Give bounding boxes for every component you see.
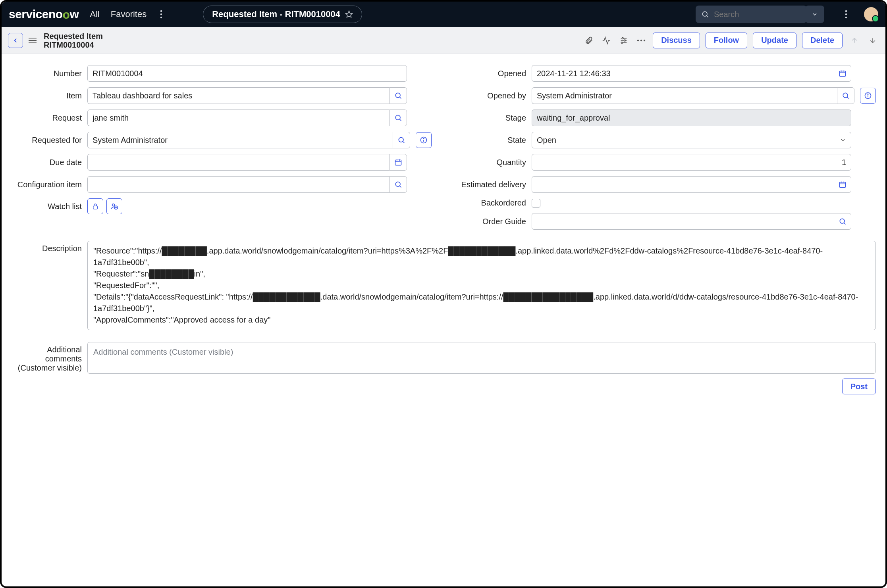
backordered-label: Backordered (455, 198, 526, 208)
order-guide-field[interactable] (532, 213, 834, 230)
svg-line-37 (400, 186, 401, 188)
svg-point-0 (160, 10, 162, 12)
update-button[interactable]: Update (753, 33, 796, 48)
logo-text-pre: serviceno (9, 8, 63, 21)
form-menu-icon[interactable] (29, 37, 37, 44)
opened-by-info-button[interactable] (860, 88, 876, 104)
menu-all[interactable]: All (90, 9, 99, 19)
svg-rect-52 (840, 182, 846, 187)
activity-icon[interactable] (600, 36, 612, 45)
configuration-item-lookup-button[interactable] (390, 176, 407, 193)
svg-line-26 (400, 119, 401, 121)
global-search[interactable] (696, 6, 807, 23)
due-date-label: Due date (11, 158, 82, 167)
delete-button[interactable]: Delete (802, 33, 843, 48)
svg-point-15 (624, 40, 626, 41)
request-lookup-button[interactable] (390, 110, 407, 126)
state-value: Open (537, 136, 556, 145)
next-record-button[interactable] (866, 37, 879, 44)
svg-point-39 (112, 204, 115, 206)
item-lookup-button[interactable] (390, 87, 407, 104)
svg-point-27 (399, 137, 404, 142)
banner-more-icon[interactable] (843, 10, 850, 19)
svg-rect-38 (93, 206, 98, 209)
number-label: Number (11, 69, 82, 78)
order-guide-lookup-button[interactable] (834, 213, 851, 230)
opened-label: Opened (455, 69, 526, 78)
description-label: Description (11, 241, 82, 330)
menu-favorites[interactable]: Favorites (111, 9, 147, 19)
follow-button[interactable]: Follow (706, 33, 747, 48)
watch-list-label: Watch list (11, 202, 82, 211)
settings-sliders-icon[interactable] (618, 36, 630, 45)
item-label: Item (11, 91, 82, 100)
svg-line-48 (847, 97, 849, 99)
star-icon[interactable] (345, 10, 353, 18)
requested-for-info-button[interactable] (416, 132, 432, 148)
order-guide-label: Order Guide (455, 217, 526, 226)
opened-calendar-button[interactable] (834, 65, 851, 82)
svg-point-25 (396, 115, 401, 120)
estimated-delivery-label: Estimated delivery (455, 180, 526, 189)
svg-line-5 (707, 16, 708, 17)
opened-field[interactable] (532, 65, 834, 82)
svg-point-8 (845, 17, 847, 18)
banner-kebab-icon[interactable] (158, 10, 165, 19)
search-dropdown-button[interactable] (805, 6, 824, 23)
estimated-delivery-calendar-button[interactable] (834, 176, 851, 193)
configuration-item-field[interactable] (87, 176, 390, 193)
request-label: Request (11, 113, 82, 123)
due-date-calendar-button[interactable] (390, 154, 407, 171)
watch-list-add-button[interactable] (106, 198, 122, 214)
svg-point-4 (702, 12, 707, 16)
opened-by-lookup-button[interactable] (837, 87, 854, 104)
quantity-field[interactable] (532, 154, 851, 171)
form-title-line1: Requested Item (44, 32, 103, 40)
discuss-button[interactable]: Discuss (653, 33, 700, 48)
backordered-checkbox[interactable] (532, 199, 540, 208)
svg-point-7 (845, 13, 847, 15)
number-field[interactable] (87, 65, 407, 82)
additional-comments-label: Additional comments (Customer visible) (11, 342, 82, 374)
stage-field (532, 110, 851, 126)
post-button[interactable]: Post (842, 379, 876, 394)
svg-rect-32 (395, 160, 401, 165)
svg-line-28 (403, 142, 405, 143)
request-field[interactable] (87, 110, 390, 126)
svg-point-31 (423, 138, 424, 139)
svg-line-57 (844, 223, 846, 225)
svg-point-20 (644, 39, 645, 41)
prev-record-button[interactable] (848, 37, 861, 44)
attachment-icon[interactable] (583, 36, 595, 45)
state-label: State (455, 136, 526, 145)
opened-by-field[interactable] (532, 87, 837, 104)
requested-for-label: Requested for (11, 136, 82, 145)
logo-o: o (63, 8, 70, 21)
requested-for-lookup-button[interactable] (393, 132, 410, 148)
breadcrumb-pill[interactable]: Requested Item - RITM0010004 (203, 6, 362, 23)
stage-label: Stage (455, 113, 526, 123)
svg-point-17 (621, 42, 623, 43)
watch-list-lock-button[interactable] (87, 198, 103, 214)
search-input[interactable] (714, 10, 793, 19)
back-button[interactable] (8, 33, 23, 48)
state-select[interactable]: Open (532, 132, 851, 148)
left-column: Number Item R (11, 65, 432, 230)
additional-comments-field[interactable]: Additional comments (Customer visible) (87, 342, 876, 374)
svg-point-47 (843, 93, 848, 98)
svg-point-18 (637, 39, 639, 41)
logo-text-post: w (69, 8, 79, 21)
user-avatar[interactable] (864, 7, 878, 21)
item-field[interactable] (87, 87, 390, 104)
more-actions-icon[interactable] (635, 39, 647, 42)
svg-point-19 (640, 39, 642, 41)
svg-point-36 (396, 182, 401, 186)
estimated-delivery-field[interactable] (532, 176, 834, 193)
svg-point-23 (396, 93, 401, 98)
logo: servicenoow (9, 8, 79, 21)
requested-for-field[interactable] (87, 132, 393, 148)
description-field[interactable]: "Resource":"https://████████.app.data.wo… (87, 241, 876, 330)
quantity-label: Quantity (455, 158, 526, 167)
configuration-item-label: Configuration item (11, 180, 82, 189)
due-date-field[interactable] (87, 154, 390, 171)
